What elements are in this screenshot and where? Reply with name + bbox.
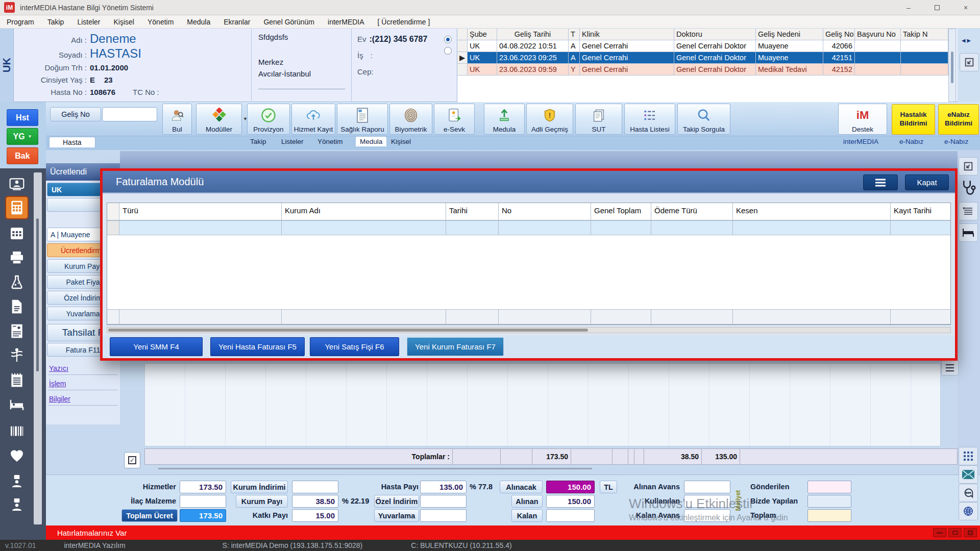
- alinacak-field[interactable]: 150.00: [546, 481, 595, 493]
- grid-menu-icon[interactable]: [941, 360, 959, 375]
- invoice-table-hscrollbar[interactable]: [107, 327, 951, 333]
- document-icon[interactable]: [5, 295, 29, 318]
- yg-button[interactable]: YG▼: [7, 128, 38, 145]
- stethoscope-icon[interactable]: [959, 179, 978, 197]
- splitter-handle[interactable]: [158, 468, 592, 469]
- phone-radio-2[interactable]: [444, 47, 452, 55]
- visit-row[interactable]: UK 04.08.2022 10:51 A Genel Cerrahi Gene…: [457, 40, 948, 52]
- desk-station-2-icon[interactable]: [5, 493, 29, 516]
- kalan-label[interactable]: Kalan: [511, 509, 543, 522]
- bak-button[interactable]: Bak: [7, 147, 38, 164]
- hospital-bed-icon[interactable]: [5, 393, 29, 416]
- moduller-button[interactable]: Modüller: [196, 104, 242, 135]
- ozel-indirim-label[interactable]: Özel İndirim: [374, 495, 419, 508]
- select-all-checkbox[interactable]: ✓: [124, 452, 140, 468]
- yuvarlama-label[interactable]: Yuvarlama: [374, 509, 419, 522]
- globe-icon[interactable]: [959, 502, 978, 520]
- billing-calculator-icon[interactable]: [5, 196, 29, 219]
- kurum-indirimi-label[interactable]: Kurum İndirimi: [231, 481, 288, 493]
- islem-link[interactable]: İşlem: [48, 379, 118, 390]
- hasta-listesi-button[interactable]: Hasta Listesi: [624, 104, 675, 135]
- col-odeme-turu[interactable]: Ödeme Türü: [651, 203, 733, 220]
- sut-button[interactable]: SUT: [575, 104, 622, 135]
- alinan-label[interactable]: Alınan: [511, 495, 543, 508]
- col-gelis-no[interactable]: Geliş No: [823, 29, 855, 40]
- col-takip-no[interactable]: Takip N: [901, 29, 948, 40]
- menu-yonetim[interactable]: Yönetim: [141, 18, 180, 26]
- menu-kisisel[interactable]: Kişisel: [107, 18, 141, 26]
- medula-button[interactable]: Medula: [484, 104, 525, 135]
- provizyon-button[interactable]: Provizyon: [247, 104, 290, 135]
- toplam-ucret-field[interactable]: 173.50: [180, 509, 226, 522]
- menu-intermedia[interactable]: interMEDIA: [321, 18, 371, 26]
- menu-ekranlar[interactable]: Ekranlar: [217, 18, 257, 26]
- saglik-raporu-button[interactable]: Sağlık Raporu: [337, 104, 388, 135]
- menu-program[interactable]: Program: [0, 18, 41, 26]
- window-maximize-icon[interactable]: [923, 0, 951, 15]
- col-no[interactable]: No: [499, 203, 591, 220]
- hizmetler-field[interactable]: 173.50: [180, 481, 226, 493]
- chat-bubble-icon[interactable]: [959, 484, 978, 502]
- window-minimize-icon[interactable]: –: [894, 0, 923, 15]
- reception-icon[interactable]: [5, 172, 29, 196]
- bilgiler-link[interactable]: Bilgiler: [48, 394, 118, 406]
- apps-grid-icon[interactable]: [959, 447, 978, 465]
- mail-icon[interactable]: [959, 465, 978, 484]
- col-t[interactable]: T: [569, 29, 580, 40]
- gonderilen-field[interactable]: [807, 481, 851, 493]
- takip-sorgula-button[interactable]: Takip Sorgula: [677, 104, 730, 135]
- bizde-yapilan-field[interactable]: [807, 495, 851, 508]
- group-takip[interactable]: Takip: [250, 138, 266, 145]
- col-gelis-nedeni[interactable]: Geliş Nedeni: [756, 29, 823, 40]
- prescription-icon[interactable]: [5, 319, 29, 343]
- visit-row[interactable]: UK 23.06.2023 09:59 Y Genel Cerrahi Gene…: [457, 64, 948, 76]
- col-klinik[interactable]: Klinik: [580, 29, 674, 40]
- katki-payi-field[interactable]: 15.00: [292, 509, 338, 522]
- col-turu[interactable]: Türü: [119, 203, 282, 220]
- invoice-empty-row-selected[interactable]: [107, 221, 950, 235]
- col-tarihi[interactable]: Tarihi: [446, 203, 499, 220]
- menu-takip[interactable]: Takip: [41, 18, 71, 26]
- group-kisisel[interactable]: Kişisel: [391, 138, 411, 145]
- menu-medula[interactable]: Medula: [180, 18, 217, 26]
- group-listeler[interactable]: Listeler: [281, 138, 304, 145]
- calendar-icon[interactable]: [5, 221, 29, 245]
- lab-flask-icon[interactable]: [5, 270, 29, 294]
- kullanilan-field[interactable]: [684, 495, 730, 508]
- bed-panel-icon[interactable]: [959, 223, 978, 242]
- esevk-button[interactable]: e-Sevk: [434, 104, 475, 135]
- ozel-indirim-field[interactable]: [420, 495, 467, 508]
- pan-left-right-icons[interactable]: ◂▸: [962, 36, 972, 45]
- modal-title-bar[interactable]: Faturalama Modülü: [103, 171, 955, 193]
- ilac-field[interactable]: [180, 495, 226, 508]
- hst-button[interactable]: Hst: [7, 109, 38, 126]
- col-kayit-tarihi[interactable]: Kayıt Tarihi: [891, 203, 950, 220]
- col-kurum-adi[interactable]: Kurum Adı: [282, 203, 446, 220]
- yeni-satis-fisi-button[interactable]: Yeni Satış Fişi F6: [310, 337, 399, 356]
- redbar-maximize-icon[interactable]: [964, 528, 977, 537]
- hastalik-bildirimi-button[interactable]: Hastalık Bildirimi: [892, 104, 935, 135]
- gelis-no-input[interactable]: [102, 107, 157, 121]
- group-yonetim[interactable]: Yönetim: [317, 138, 343, 145]
- menu-genel-gorunum[interactable]: Genel Görünüm: [257, 18, 321, 26]
- yeni-hasta-faturasi-button[interactable]: Yeni Hasta Faturası F5: [210, 337, 305, 356]
- window-close-icon[interactable]: ×: [951, 0, 980, 15]
- modal-close-button[interactable]: Kapat: [905, 174, 949, 190]
- yuvarlama-field[interactable]: [420, 509, 467, 522]
- hasta-payi-field[interactable]: 135.00: [420, 481, 467, 493]
- modal-menu-button[interactable]: [863, 174, 898, 190]
- menu-listeler[interactable]: Listeler: [70, 18, 107, 26]
- printer-icon[interactable]: [5, 246, 29, 269]
- sidebar-scrollbar[interactable]: [34, 172, 42, 524]
- col-basvuru-no[interactable]: Başvuru No: [855, 29, 901, 40]
- desk-station-1-icon[interactable]: [5, 469, 29, 493]
- alinan-avans-field[interactable]: [684, 481, 730, 493]
- col-doktoru[interactable]: Doktoru: [674, 29, 756, 40]
- notebook-icon[interactable]: [5, 368, 29, 392]
- reminder-bar[interactable]: Hatırlatmalarınız Var: [46, 525, 980, 540]
- expand-panel-icon[interactable]: [960, 53, 979, 71]
- expand-window-icon[interactable]: [959, 157, 978, 176]
- barcode-icon[interactable]: [5, 419, 29, 443]
- phone-radio-1[interactable]: [444, 36, 452, 43]
- bul-button[interactable]: Bul: [162, 104, 192, 135]
